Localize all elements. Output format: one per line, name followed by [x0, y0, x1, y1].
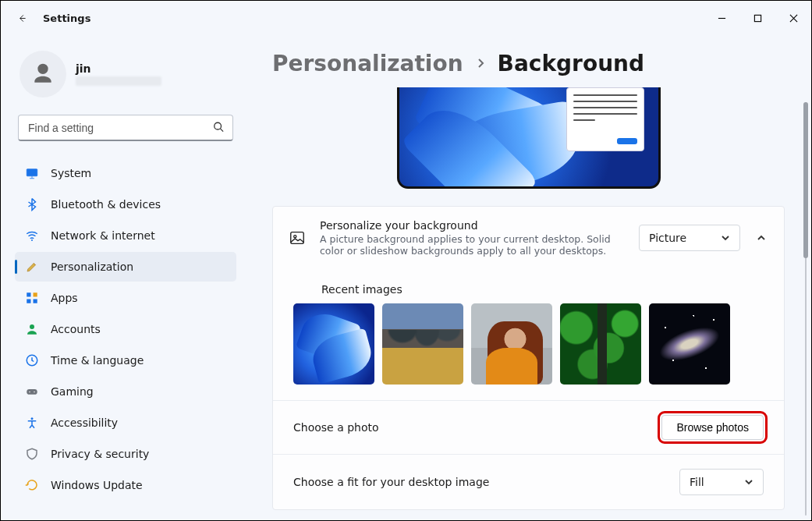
svg-point-12	[29, 392, 30, 393]
gamepad-icon	[24, 384, 40, 399]
select-value: Fill	[690, 476, 704, 488]
desktop-preview	[272, 87, 785, 189]
preview-window-graphic	[566, 87, 644, 151]
window-minimize-button[interactable]	[704, 1, 739, 35]
breadcrumb-parent[interactable]: Personalization	[272, 51, 463, 76]
shield-icon	[24, 446, 40, 462]
sidebar-item-label: System	[51, 167, 91, 179]
sidebar-item-personalization[interactable]: Personalization	[15, 252, 236, 282]
sidebar-item-label: Time & language	[51, 354, 144, 367]
svg-point-1	[215, 122, 222, 129]
svg-point-4	[31, 239, 33, 241]
bluetooth-icon	[24, 197, 40, 212]
breadcrumb: Personalization Background	[272, 51, 785, 76]
sidebar-item-label: Accessibility	[51, 416, 118, 429]
svg-rect-0	[754, 15, 761, 21]
sidebar-item-windows-update[interactable]: Windows Update	[15, 470, 236, 500]
breadcrumb-current: Background	[498, 51, 644, 76]
fit-select[interactable]: Fill	[679, 469, 764, 495]
paintbrush-icon	[24, 259, 40, 275]
recent-images-row	[273, 303, 784, 400]
sidebar-item-apps[interactable]: Apps	[15, 283, 236, 313]
account-icon	[24, 321, 40, 337]
sidebar-item-label: Gaming	[51, 385, 94, 398]
close-icon	[789, 14, 798, 23]
picture-icon	[287, 228, 307, 248]
sidebar-item-label: Apps	[51, 292, 78, 304]
recent-images-heading: Recent images	[273, 272, 784, 303]
main-content: Personalization Background	[250, 35, 811, 520]
clock-globe-icon	[24, 353, 40, 368]
sidebar-item-accessibility[interactable]: Accessibility	[15, 408, 236, 438]
collapse-button[interactable]	[753, 229, 770, 246]
sidebar-item-label: Windows Update	[51, 479, 143, 491]
window-close-button[interactable]	[775, 1, 811, 35]
recent-image-thumb[interactable]	[471, 303, 552, 385]
sidebar-item-label: Bluetooth & devices	[51, 198, 161, 211]
personalize-row-subtitle: A picture background applies to your cur…	[320, 233, 626, 257]
sidebar-item-gaming[interactable]: Gaming	[15, 377, 236, 406]
person-icon	[30, 62, 55, 87]
browse-photos-button[interactable]: Browse photos	[661, 415, 764, 440]
sidebar-item-label: Accounts	[51, 323, 101, 335]
svg-rect-5	[27, 292, 30, 296]
recent-image-thumb[interactable]	[649, 303, 730, 385]
accessibility-icon	[24, 415, 40, 431]
monitor-icon	[24, 165, 40, 181]
background-type-select[interactable]: Picture	[639, 225, 740, 251]
choose-fit-label: Choose a fit for your desktop image	[293, 476, 489, 488]
sidebar-item-bluetooth[interactable]: Bluetooth & devices	[15, 190, 236, 219]
personalize-background-card: Personalize your background A picture ba…	[272, 206, 785, 510]
title-bar: Settings	[1, 1, 811, 35]
sidebar-item-label: Privacy & security	[51, 448, 149, 460]
update-icon	[24, 477, 40, 493]
personalize-row-title: Personalize your background	[320, 219, 626, 232]
choose-fit-row: Choose a fit for your desktop image Fill	[273, 454, 784, 509]
user-name: jin	[76, 62, 161, 75]
desktop-preview-monitor	[397, 87, 661, 189]
chevron-right-icon	[476, 58, 485, 70]
select-value: Picture	[649, 232, 686, 244]
avatar	[20, 51, 66, 97]
svg-rect-7	[27, 299, 30, 303]
scrollbar-thumb[interactable]	[803, 102, 808, 258]
search-icon	[213, 122, 224, 135]
sidebar-item-privacy[interactable]: Privacy & security	[15, 439, 236, 469]
sidebar-item-time[interactable]: Time & language	[15, 346, 236, 375]
svg-rect-2	[27, 169, 37, 176]
back-button[interactable]	[15, 11, 29, 25]
svg-rect-8	[34, 299, 37, 303]
sidebar-item-accounts[interactable]: Accounts	[15, 314, 236, 344]
app-title: Settings	[43, 12, 90, 24]
recent-image-thumb[interactable]	[382, 303, 463, 385]
svg-rect-6	[34, 292, 37, 296]
svg-point-16	[294, 236, 296, 238]
sidebar: jin System Bluetooth & devices Network &…	[1, 35, 250, 520]
back-arrow-icon	[18, 14, 27, 23]
sidebar-item-system[interactable]: System	[15, 158, 236, 188]
svg-point-13	[34, 392, 35, 393]
minimize-icon	[718, 14, 726, 23]
svg-rect-11	[27, 389, 37, 395]
sidebar-item-network[interactable]: Network & internet	[15, 221, 236, 250]
window-maximize-button[interactable]	[739, 1, 775, 35]
choose-photo-row: Choose a photo Browse photos	[273, 400, 784, 454]
chevron-down-icon	[744, 477, 753, 487]
svg-point-9	[30, 324, 34, 329]
user-card[interactable]: jin	[15, 46, 236, 107]
user-email-blurred	[76, 76, 161, 86]
sidebar-nav: System Bluetooth & devices Network & int…	[15, 158, 236, 500]
sidebar-item-label: Personalization	[51, 260, 133, 273]
chevron-up-icon	[757, 233, 766, 243]
svg-point-14	[31, 417, 34, 420]
chevron-down-icon	[721, 233, 730, 243]
recent-image-thumb[interactable]	[293, 303, 374, 385]
sidebar-item-label: Network & internet	[51, 229, 155, 242]
recent-image-thumb[interactable]	[560, 303, 641, 385]
search-input[interactable]	[18, 115, 233, 141]
apps-icon	[24, 290, 40, 306]
maximize-icon	[753, 14, 762, 23]
wifi-icon	[24, 228, 40, 243]
svg-rect-15	[291, 232, 304, 244]
choose-photo-label: Choose a photo	[293, 421, 379, 434]
